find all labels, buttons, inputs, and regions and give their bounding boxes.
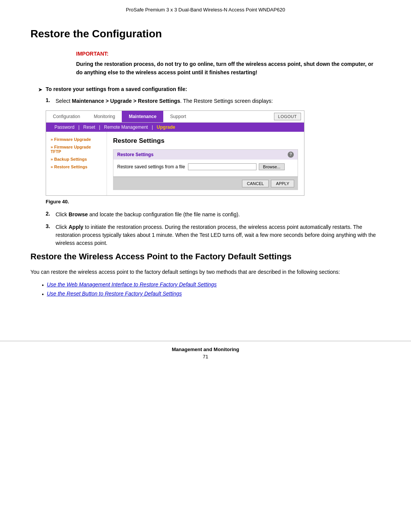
numbered-list: 1. Select Maintenance > Upgrade > Restor… <box>46 97 381 247</box>
ui-screenshot: Configuration Monitoring Maintenance Sup… <box>46 110 304 196</box>
tab-maintenance[interactable]: Maintenance <box>122 111 163 122</box>
bullet-dot-1: • <box>42 282 44 288</box>
step1-text: Select Maintenance > Upgrade > Restore S… <box>56 97 273 105</box>
tab-monitoring[interactable]: Monitoring <box>87 111 122 122</box>
sidebar-restore-settings[interactable]: Restore Settings <box>46 163 107 171</box>
ui-main: Restore Settings Restore Settings ? Rest… <box>107 132 304 195</box>
important-label: IMPORTANT: <box>76 51 381 57</box>
section2-title: Restore the Wireless Access Point to the… <box>30 252 381 262</box>
restore-file-input[interactable] <box>188 163 256 170</box>
step2: 2. Click Browse and locate the backup co… <box>46 211 381 219</box>
sidebar-firmware-upgrade-tftp[interactable]: Firmware Upgrade TFTP <box>46 143 107 155</box>
subnav-divider1: | <box>78 125 80 130</box>
subnav-divider3: | <box>151 125 154 130</box>
ui-panel-header: Restore Settings ? <box>113 150 298 160</box>
ui-panel: Restore Settings ? Restore saved setting… <box>113 149 298 177</box>
logout-button[interactable]: LOGOUT <box>274 113 301 120</box>
apply-button[interactable]: APPLY <box>271 180 294 187</box>
tab-support[interactable]: Support <box>163 111 193 122</box>
sidebar-backup-settings[interactable]: Backup Settings <box>46 155 107 163</box>
ui-panel-body: Restore saved settings from a file Brows… <box>113 160 298 176</box>
browse-button[interactable]: Browse... <box>259 163 285 170</box>
important-box: IMPORTANT: During the restoration proces… <box>76 51 381 77</box>
restore-field-label: Restore saved settings from a file <box>117 164 185 169</box>
section1-title: Restore the Configuration <box>30 28 381 40</box>
header-title: ProSafe Premium 3 x 3 Dual-Band Wireless… <box>126 7 285 13</box>
subnav-reset[interactable]: Reset <box>80 125 98 130</box>
page-header: ProSafe Premium 3 x 3 Dual-Band Wireless… <box>0 0 411 16</box>
subnav-remote[interactable]: Remote Management <box>101 125 151 130</box>
cancel-button[interactable]: CANCEL <box>242 180 269 187</box>
footer-page-number: 71 <box>0 354 411 359</box>
arrow-symbol: ➤ <box>38 86 43 93</box>
subnav-divider2: | <box>98 125 101 130</box>
link-web-management[interactable]: Use the Web Management Interface to Rest… <box>47 281 217 288</box>
figure-caption: Figure 40. <box>46 199 381 204</box>
step3: 3. Click Apply to initiate the restorati… <box>46 223 381 247</box>
page-footer: Management and Monitoring 71 <box>0 341 411 363</box>
ui-main-title: Restore Settings <box>113 137 298 145</box>
subnav-password[interactable]: Password <box>51 125 78 130</box>
step2-text: Click Browse and locate the backup confi… <box>56 211 240 219</box>
sidebar-firmware-upgrade[interactable]: Firmware Upgrade <box>46 136 107 143</box>
bullet-item-2: • Use the Reset Button to Restore Factor… <box>42 291 381 297</box>
bullet-item-1: • Use the Web Management Interface to Re… <box>42 281 381 288</box>
panel-header-label: Restore Settings <box>117 152 153 157</box>
ui-sub-nav: Password | Reset | Remote Management | U… <box>46 123 304 132</box>
important-text: During the restoration process, do not t… <box>76 60 381 77</box>
section2-body: You can restore the wireless access poin… <box>30 268 381 276</box>
ui-body: Firmware Upgrade Firmware Upgrade TFTP B… <box>46 132 304 195</box>
step1: 1. Select Maintenance > Upgrade > Restor… <box>46 97 381 105</box>
tab-configuration[interactable]: Configuration <box>46 111 87 122</box>
ui-sidebar: Firmware Upgrade Firmware Upgrade TFTP B… <box>46 132 107 195</box>
footer-label: Management and Monitoring <box>0 347 411 352</box>
ui-top-nav: Configuration Monitoring Maintenance Sup… <box>46 111 304 123</box>
bullet-dot-2: • <box>42 291 44 297</box>
bullet-list: • Use the Web Management Interface to Re… <box>42 281 381 297</box>
step3-num: 3. <box>46 223 53 229</box>
help-icon[interactable]: ? <box>288 152 294 158</box>
link-reset-button[interactable]: Use the Reset Button to Restore Factory … <box>47 291 182 297</box>
content: Restore the Configuration IMPORTANT: Dur… <box>0 16 411 326</box>
subnav-upgrade[interactable]: Upgrade <box>154 125 178 130</box>
arrow-label: To restore your settings from a saved co… <box>46 86 187 92</box>
step2-num: 2. <box>46 211 53 217</box>
step1-num: 1. <box>46 97 53 103</box>
restore-field-row: Restore saved settings from a file Brows… <box>117 163 294 170</box>
arrow-item: ➤ To restore your settings from a saved … <box>38 86 381 93</box>
step3-text: Click Apply to initiate the restoration … <box>56 223 381 247</box>
ui-footer: CANCEL APPLY <box>113 177 298 190</box>
